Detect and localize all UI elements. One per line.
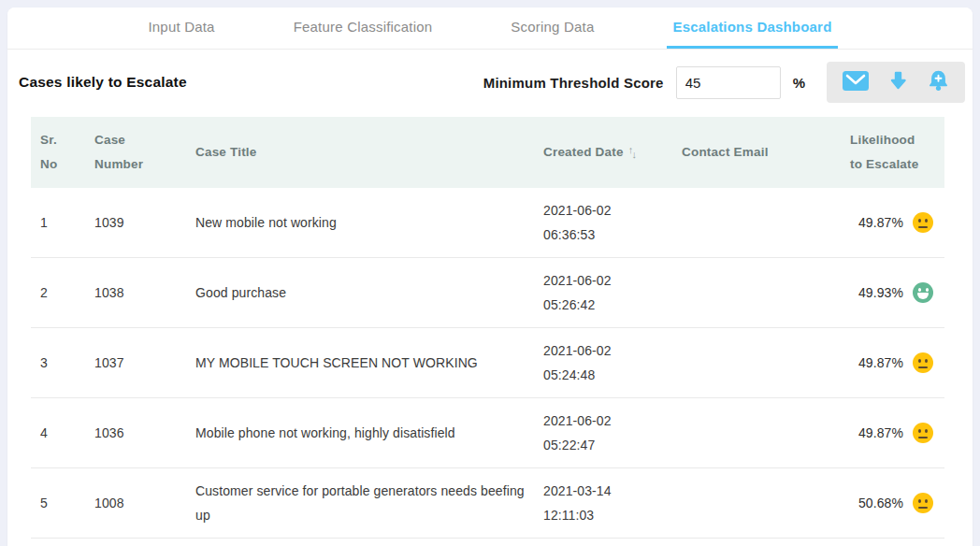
tab-bar: Input Data Feature Classification Scorin… xyxy=(7,7,973,50)
table-header: Sr. No Case Number Case Title Created Da… xyxy=(31,117,944,188)
cell-case-title: Customer service for portable generators… xyxy=(186,468,534,539)
cell-case-number: 1036 xyxy=(85,398,186,468)
mood-emoji xyxy=(913,352,933,373)
mood-emoji xyxy=(913,282,933,303)
cell-sr-no: 1 xyxy=(31,188,85,258)
mood-emoji xyxy=(913,423,933,443)
notify-button[interactable] xyxy=(917,70,959,94)
cell-case-title: Mobile phone not working, highly disatis… xyxy=(186,398,534,468)
cell-case-number: 1037 xyxy=(85,328,186,398)
cell-case-number: 1008 xyxy=(85,468,186,539)
cell-case-number: 1038 xyxy=(85,258,186,328)
tab-scoring-data[interactable]: Scoring Data xyxy=(505,7,599,49)
cell-contact-email xyxy=(672,328,841,398)
action-bar xyxy=(827,62,965,103)
threshold-label: Minimum Threshold Score xyxy=(483,75,664,91)
tab-escalations-dashboard[interactable]: Escalations Dashboard xyxy=(667,7,837,49)
cell-contact-email xyxy=(672,398,841,468)
table-row: 3 1037 MY MOBILE TOUCH SCREEN NOT WORKIN… xyxy=(31,328,944,398)
table-row: 5 1008 Customer service for portable gen… xyxy=(31,468,944,539)
cases-table: Sr. No Case Number Case Title Created Da… xyxy=(31,117,944,546)
cell-contact-email xyxy=(672,539,841,546)
tab-input-data[interactable]: Input Data xyxy=(142,7,220,49)
cell-case-number: 1039 xyxy=(85,188,186,258)
email-button[interactable] xyxy=(832,71,879,93)
cell-sr-no: 6 xyxy=(31,539,85,546)
table-body: 1 1039 New mobile not working 2021-06-02… xyxy=(31,188,944,546)
table-section: Sr. No Case Number Case Title Created Da… xyxy=(7,115,973,546)
mood-emoji xyxy=(913,212,933,233)
col-created-date-label: Created Date xyxy=(543,145,624,159)
threshold-input[interactable] xyxy=(676,66,781,99)
col-case-number: Case Number xyxy=(85,117,186,188)
likelihood-value: 50.68% xyxy=(858,491,903,515)
cell-created-date: 2021-03-14 12:11:03 xyxy=(534,468,672,539)
likelihood-value: 49.87% xyxy=(858,421,903,445)
cell-likelihood: 49.87% xyxy=(841,188,944,258)
cell-sr-no: 2 xyxy=(31,258,85,328)
table-row: 4 1036 Mobile phone not working, highly … xyxy=(31,398,944,468)
cell-case-title: MY MOBILE TOUCH SCREEN NOT WORKING xyxy=(186,328,534,398)
cell-created-date: 2021-03-14 12:11:03 xyxy=(534,539,672,546)
cell-likelihood: 50.68% xyxy=(841,539,944,546)
col-case-title: Case Title xyxy=(186,117,534,188)
percent-sign: % xyxy=(793,75,805,91)
cell-sr-no: 3 xyxy=(31,328,85,398)
page-header: Cases likely to Escalate Minimum Thresho… xyxy=(7,50,973,115)
page-title: Cases likely to Escalate xyxy=(19,74,187,91)
download-icon xyxy=(889,71,907,93)
cell-case-title: Good purchase xyxy=(186,258,534,328)
email-icon xyxy=(843,71,869,93)
likelihood-value: 49.87% xyxy=(858,210,903,235)
table-row: 6 1025 Motor design hindering performanc… xyxy=(31,539,944,546)
likelihood-value: 49.87% xyxy=(858,351,903,375)
threshold-group: Minimum Threshold Score % xyxy=(483,62,965,103)
cell-case-number: 1025 xyxy=(85,539,186,546)
cell-likelihood: 49.93% xyxy=(841,258,944,328)
bell-plus-icon xyxy=(928,70,949,94)
download-button[interactable] xyxy=(879,71,917,93)
cell-created-date: 2021-06-02 05:24:48 xyxy=(534,328,672,398)
cell-contact-email xyxy=(672,258,841,328)
col-created-date[interactable]: Created Date↑↓ xyxy=(534,117,672,188)
cell-likelihood: 49.87% xyxy=(841,398,944,468)
cell-likelihood: 49.87% xyxy=(841,328,944,398)
cell-case-title: New mobile not working xyxy=(186,188,534,258)
col-contact-email: Contact Email xyxy=(672,117,841,188)
cell-contact-email xyxy=(672,188,841,258)
mood-emoji xyxy=(913,493,933,513)
col-likelihood: Likelihood to Escalate xyxy=(841,117,944,188)
cell-created-date: 2021-06-02 05:26:42 xyxy=(534,258,672,328)
cell-likelihood: 50.68% xyxy=(841,468,944,539)
table-row: 2 1038 Good purchase 2021-06-02 05:26:42… xyxy=(31,258,944,328)
cell-sr-no: 4 xyxy=(31,398,85,468)
cell-created-date: 2021-06-02 06:36:53 xyxy=(534,188,672,258)
main-card: Input Data Feature Classification Scorin… xyxy=(7,7,973,546)
cell-case-title: Motor design hindering performance xyxy=(186,539,534,546)
cell-contact-email xyxy=(672,468,841,539)
col-sr-no: Sr. No xyxy=(31,117,85,188)
tab-feature-classification[interactable]: Feature Classification xyxy=(288,7,439,49)
sort-icon[interactable]: ↑↓ xyxy=(628,147,637,158)
table-row: 1 1039 New mobile not working 2021-06-02… xyxy=(31,188,944,258)
cell-sr-no: 5 xyxy=(31,468,85,539)
likelihood-value: 49.93% xyxy=(858,280,903,305)
cell-created-date: 2021-06-02 05:22:47 xyxy=(534,398,672,468)
